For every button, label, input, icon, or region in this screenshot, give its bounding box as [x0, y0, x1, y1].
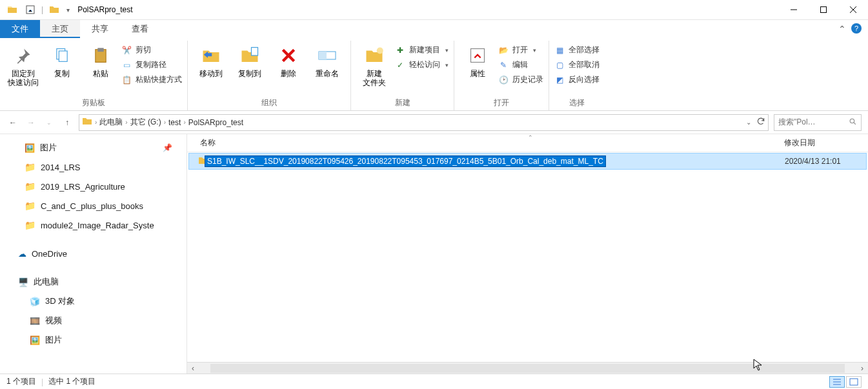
move-to-button[interactable]: 移动到	[193, 42, 229, 78]
nav-videos[interactable]: 🎞️视频	[0, 311, 187, 330]
column-date[interactable]: 修改日期	[784, 137, 868, 148]
details-view-button[interactable]	[829, 376, 845, 388]
forward-button[interactable]: →	[25, 116, 37, 129]
nav-onedrive[interactable]: ☁ OneDrive	[0, 244, 187, 263]
qat-dropdown-icon[interactable]: ▾	[65, 6, 70, 14]
chevron-right-icon[interactable]: ›	[161, 119, 168, 126]
chevron-right-icon[interactable]: ›	[123, 119, 130, 126]
help-icon[interactable]: ?	[851, 23, 862, 34]
minimize-button[interactable]	[779, 0, 809, 20]
address-dropdown-icon[interactable]: ⌄	[746, 119, 751, 126]
nav-this-pc[interactable]: 🖥️ 此电脑	[0, 272, 187, 292]
copy-button[interactable]: 复制	[44, 42, 80, 78]
cube-icon: 🧊	[30, 297, 40, 306]
svg-rect-1	[821, 7, 827, 13]
up-button[interactable]: ↑	[61, 116, 74, 129]
chevron-right-icon[interactable]: ›	[92, 119, 99, 126]
navigation-pane[interactable]: 🖼️ 图片 📌 📁2014_LRS 📁2019_LRS_Agriculture …	[0, 134, 187, 374]
qat-folder-icon[interactable]	[47, 3, 61, 17]
pin-icon[interactable]: 📌	[163, 143, 172, 152]
properties-button[interactable]: 属性	[459, 42, 496, 78]
file-list-pane[interactable]: 名称 ⌃ 修改日期 S1B_IW_SLC__1SDV_20190822T0954…	[187, 134, 868, 374]
breadcrumb[interactable]: › 此电脑 › 其它 (G:) › test › PolSARpro_test …	[79, 114, 769, 131]
pictures-icon: 🖼️	[30, 335, 40, 345]
scroll-track[interactable]	[210, 364, 845, 373]
svg-point-11	[850, 119, 854, 123]
cut-button[interactable]: ✂️剪切	[121, 45, 182, 55]
delete-button[interactable]: 删除	[270, 42, 307, 78]
folder-icon: 📁	[25, 220, 35, 230]
select-group-label: 选择	[554, 97, 600, 110]
organize-group-label: 组织	[193, 97, 345, 110]
onedrive-icon: ☁	[18, 249, 26, 259]
nav-folder-2019[interactable]: 📁2019_LRS_Agriculture	[0, 177, 187, 196]
horizontal-scrollbar[interactable]: ‹ ›	[187, 362, 868, 374]
tab-home[interactable]: 主页	[40, 20, 80, 38]
status-selected-count: 选中 1 个项目	[48, 376, 96, 387]
title-bar: | ▾ PolSARpro_test	[0, 0, 868, 20]
new-item-button[interactable]: ✚新建项目▾	[395, 45, 449, 55]
svg-rect-8	[319, 52, 327, 59]
svg-rect-5	[97, 48, 103, 52]
copy-path-button[interactable]: ▭复制路径	[121, 59, 182, 70]
nav-folder-c-books[interactable]: 📁C_and_C_plus_plus_books	[0, 196, 187, 215]
paste-shortcut-button[interactable]: 📋粘贴快捷方式	[121, 74, 182, 85]
copy-to-button[interactable]: 复制到	[232, 42, 268, 78]
edit-button[interactable]: ✎编辑	[498, 59, 543, 70]
chevron-right-icon[interactable]: ›	[181, 119, 188, 126]
column-headers[interactable]: 名称 ⌃ 修改日期	[187, 134, 868, 152]
tab-view[interactable]: 查看	[120, 20, 160, 38]
maximize-button[interactable]	[809, 0, 838, 20]
clipboard-group-label: 剪贴板	[5, 97, 182, 110]
select-none-button[interactable]: ▢全部取消	[554, 59, 600, 70]
open-button[interactable]: 📂打开▾	[498, 45, 543, 55]
nav-pictures-2[interactable]: 🖼️图片	[0, 330, 187, 350]
svg-rect-6	[252, 48, 258, 56]
rename-button[interactable]: 重命名	[309, 42, 345, 78]
window-title: PolSARpro_test	[77, 5, 132, 14]
search-placeholder: 搜索"Pol…	[778, 117, 816, 128]
paste-button[interactable]: 粘贴	[83, 42, 119, 78]
crumb-drive[interactable]: 其它 (G:)	[130, 117, 161, 128]
folder-icon	[82, 116, 92, 128]
new-folder-button[interactable]: 新建 文件夹	[356, 42, 392, 87]
ribbon-tabs: 文件 主页 共享 查看 ⌃ ?	[0, 20, 868, 38]
search-input[interactable]: 搜索"Pol…	[774, 114, 862, 131]
nav-pictures[interactable]: 🖼️ 图片 📌	[0, 138, 187, 157]
column-name[interactable]: 名称	[187, 137, 784, 148]
svg-rect-12	[850, 379, 858, 385]
close-button[interactable]	[838, 0, 868, 20]
history-button[interactable]: 🕑历史记录	[498, 74, 543, 85]
crumb-this-pc[interactable]: 此电脑	[99, 117, 123, 128]
file-name-editing[interactable]: S1B_IW_SLC__1SDV_20190822T095426_2019082…	[205, 155, 606, 167]
nav-folder-2014[interactable]: 📁2014_LRS	[0, 157, 187, 177]
select-all-button[interactable]: ▦全部选择	[554, 45, 600, 55]
invert-selection-button[interactable]: ◩反向选择	[554, 74, 600, 85]
refresh-icon[interactable]	[752, 117, 765, 128]
recent-dropdown[interactable]: ⌄	[43, 116, 56, 129]
crumb-test[interactable]: test	[168, 118, 181, 127]
easy-access-button[interactable]: ✓轻松访问▾	[395, 59, 449, 70]
nav-folder-module2[interactable]: 📁module2_Image_Radar_Syste	[0, 215, 187, 235]
video-icon: 🎞️	[30, 316, 40, 326]
svg-point-9	[377, 48, 383, 54]
qat-properties-icon[interactable]	[23, 3, 37, 17]
status-separator: |	[36, 377, 48, 386]
thumbnails-view-button[interactable]	[846, 376, 862, 388]
back-button[interactable]: ←	[6, 116, 19, 129]
new-group-label: 新建	[356, 97, 449, 110]
scroll-left-icon[interactable]: ‹	[187, 364, 199, 373]
folder-icon: 📁	[25, 162, 35, 172]
collapse-ribbon-icon[interactable]: ⌃	[838, 24, 846, 34]
status-bar: 1 个项目 | 选中 1 个项目	[0, 374, 868, 389]
file-row[interactable]: S1B_IW_SLC__1SDV_20190822T095426_2019082…	[188, 153, 867, 170]
crumb-current[interactable]: PolSARpro_test	[188, 118, 243, 127]
nav-3d-objects[interactable]: 🧊3D 对象	[0, 292, 187, 311]
status-item-count: 1 个项目	[6, 376, 36, 387]
tab-share[interactable]: 共享	[80, 20, 120, 38]
pin-quick-access-button[interactable]: 固定到 快速访问	[5, 42, 41, 87]
tab-file[interactable]: 文件	[0, 20, 40, 38]
search-icon	[849, 117, 857, 128]
scroll-right-icon[interactable]: ›	[856, 364, 868, 373]
sort-indicator-icon: ⌃	[528, 134, 533, 141]
